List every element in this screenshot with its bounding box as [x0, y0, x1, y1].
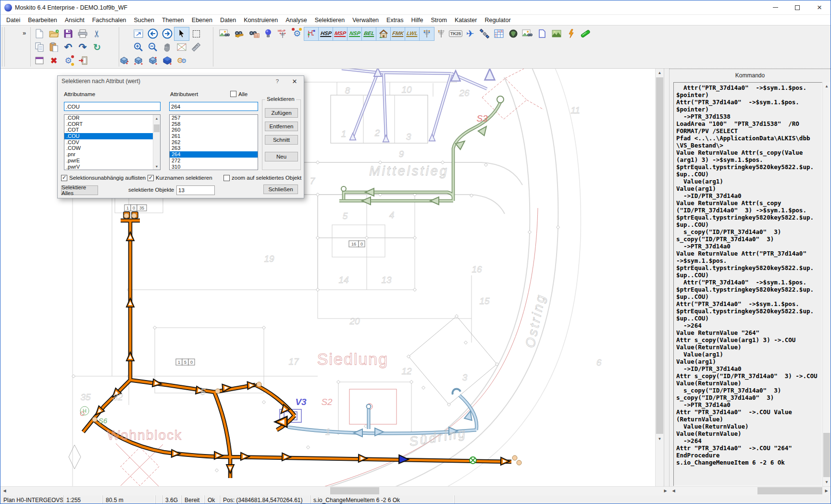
menu-hilfe[interactable]: Hilfe: [408, 16, 427, 25]
maximize-button[interactable]: [786, 0, 808, 15]
map-horizontal-scrollbar[interactable]: ◀ ▶: [0, 487, 670, 495]
list-item[interactable]: 260: [170, 127, 258, 133]
pole-color-icon[interactable]: [420, 27, 434, 40]
delete-icon[interactable]: ✖: [47, 54, 61, 67]
list-item[interactable]: 257: [170, 115, 258, 121]
navigate-back-icon[interactable]: [146, 27, 160, 40]
menu-fachschalen[interactable]: Fachschalen: [88, 16, 130, 25]
badge-fmk-icon[interactable]: FMK: [391, 27, 405, 40]
scroll-right-icon[interactable]: ▶: [661, 487, 670, 495]
close-button[interactable]: ×: [808, 0, 831, 15]
list-item[interactable]: 264: [170, 151, 258, 158]
search-table-icon[interactable]: [247, 27, 261, 40]
refresh-icon[interactable]: ↻: [90, 41, 104, 54]
lightbulb-icon[interactable]: [261, 27, 275, 40]
scroll-left-icon[interactable]: ◀: [670, 487, 678, 495]
select-pointer-icon[interactable]: [174, 27, 189, 40]
panel-splitter[interactable]: [664, 69, 670, 486]
zoom-out-icon[interactable]: [146, 41, 160, 54]
map-canvas[interactable]: MittelstiegOstringSüdringSiedlungWohnblo…: [0, 69, 655, 486]
menu-bearbeiten[interactable]: Bearbeiten: [24, 16, 61, 25]
list-item[interactable]: .pwrE: [64, 158, 160, 164]
menu-daten[interactable]: Daten: [216, 16, 240, 25]
dialog-help-button[interactable]: ?: [270, 76, 285, 86]
landscape-icon[interactable]: [549, 27, 564, 40]
badge-lwl-icon[interactable]: LWL: [405, 27, 420, 40]
attributname-list[interactable]: .COR.CORT.COT.COU.COV.COW.pnr.pwrE.pwrV …: [64, 114, 161, 170]
attributname-input[interactable]: .COU: [64, 102, 161, 111]
overview-window-icon[interactable]: [174, 41, 189, 54]
menu-themen[interactable]: Themen: [158, 16, 188, 25]
paste-icon[interactable]: [47, 41, 61, 54]
globe-icon[interactable]: [506, 27, 521, 40]
scroll-up-icon[interactable]: ▲: [656, 69, 664, 77]
select-rectangle-icon[interactable]: [189, 27, 203, 40]
menu-verwalten[interactable]: Verwalten: [348, 16, 383, 25]
list-item[interactable]: .COU: [64, 133, 160, 139]
exit-door-icon[interactable]: [75, 54, 90, 67]
menu-kataster[interactable]: Kataster: [451, 16, 481, 25]
measure-ruler-icon[interactable]: [189, 41, 203, 54]
menu-analyse[interactable]: Analyse: [282, 16, 310, 25]
dialog-titlebar[interactable]: Selektieren nach Attribut (wert): [58, 76, 304, 86]
neu-button[interactable]: Neu: [265, 152, 298, 161]
zufuegen-button[interactable]: Zufügen: [265, 108, 298, 118]
kommando-scrollbar[interactable]: ▲ ▼: [822, 82, 831, 486]
badge-tk25-icon[interactable]: TK25: [448, 27, 463, 40]
menu-selektieren[interactable]: Selektieren: [311, 16, 349, 25]
cube-solid-icon[interactable]: [160, 54, 174, 67]
scroll-left-icon[interactable]: ◀: [0, 487, 9, 495]
airplane-icon[interactable]: ✈: [463, 27, 477, 40]
scroll-up-icon[interactable]: ▲: [823, 82, 831, 90]
list-item[interactable]: .COT: [64, 127, 160, 133]
image-search-2-icon[interactable]: [521, 27, 535, 40]
minimize-button[interactable]: [764, 0, 786, 15]
scroll-right-icon[interactable]: ▶: [822, 487, 831, 495]
list-item[interactable]: .pnr: [64, 151, 160, 158]
settings-objects-icon[interactable]: ⚙: [290, 27, 304, 40]
menu-ansicht[interactable]: Ansicht: [61, 16, 88, 25]
menu-ebenen[interactable]: Ebenen: [188, 16, 216, 25]
menu-regulator[interactable]: Regulator: [481, 16, 514, 25]
list-item[interactable]: .COR: [64, 115, 160, 121]
new-window-icon[interactable]: [32, 54, 47, 67]
menu-suchen[interactable]: Suchen: [130, 16, 158, 25]
list-item[interactable]: 262: [170, 139, 258, 146]
pan-hand-icon[interactable]: [160, 41, 174, 54]
print-icon[interactable]: [75, 27, 90, 40]
schliessen-button[interactable]: Schließen: [263, 184, 298, 194]
new-document-icon[interactable]: [32, 27, 47, 40]
dialog-close-button[interactable]: ✕: [287, 76, 302, 86]
cube-link-3-icon[interactable]: [146, 54, 160, 67]
house-icon[interactable]: [376, 27, 391, 40]
power-pole-hs-icon[interactable]: HS+P: [275, 27, 290, 40]
badge-msp-icon[interactable]: MSP: [333, 27, 347, 40]
list-item[interactable]: .COV: [64, 139, 160, 146]
list-item[interactable]: .CORT: [64, 121, 160, 127]
table-ab-icon[interactable]: AB12: [492, 27, 506, 40]
badge-nsp-icon[interactable]: NSP: [347, 27, 362, 40]
search-edit-icon[interactable]: [232, 27, 247, 40]
badge-bel-icon[interactable]: BEL: [362, 27, 376, 40]
list-item[interactable]: .pwrV: [64, 164, 160, 170]
list-item[interactable]: 310: [170, 164, 258, 170]
menu-extras[interactable]: Extras: [383, 16, 407, 25]
menu-strom[interactable]: Strom: [427, 16, 451, 25]
selektiere-alles-button[interactable]: Selektiere Alles: [61, 185, 98, 195]
list-item[interactable]: .COW: [64, 145, 160, 151]
kommando-horizontal-scrollbar[interactable]: ◀ ▶: [670, 487, 831, 495]
zoom-objekt-checkbox[interactable]: [223, 175, 230, 181]
cube-link-1-icon[interactable]: [117, 54, 131, 67]
badge-hsp-icon[interactable]: HSP: [319, 27, 333, 40]
schnitt-button[interactable]: Schnitt: [265, 135, 298, 145]
scroll-up-icon[interactable]: ▲: [153, 115, 160, 122]
scroll-down-icon[interactable]: ▼: [823, 478, 831, 486]
cube-link-2-icon[interactable]: [131, 54, 146, 67]
selektierte-objekte-input[interactable]: 13: [176, 185, 215, 195]
network-plan-icon[interactable]: [304, 27, 319, 40]
green-pen-icon[interactable]: [578, 27, 593, 40]
attributwert-input[interactable]: 264: [169, 102, 258, 111]
copy-icon[interactable]: [32, 41, 47, 54]
pole-gray-icon[interactable]: [434, 27, 448, 40]
list-item[interactable]: 258: [170, 121, 258, 127]
